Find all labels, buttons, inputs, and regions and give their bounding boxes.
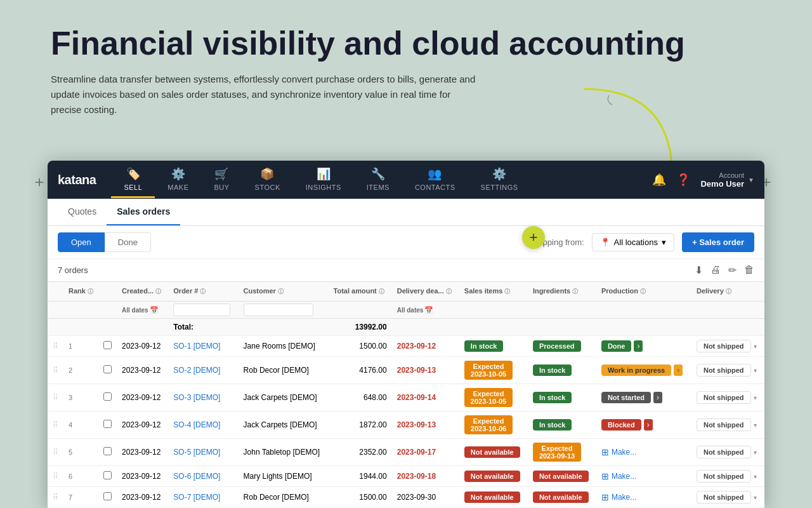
- nav-item-sell[interactable]: 🏷️ SELL: [111, 162, 155, 198]
- order-link[interactable]: SO-5 [DEMO]: [173, 448, 220, 457]
- row-checkbox[interactable]: [103, 471, 112, 479]
- nav-item-make[interactable]: ⚙️ MAKE: [155, 162, 201, 198]
- nav-item-items[interactable]: 🔧 ITEMS: [354, 162, 402, 198]
- make-button[interactable]: ⊞Make...: [601, 447, 686, 457]
- hero-section: Financial visibility and cloud accountin…: [0, 0, 812, 130]
- ship-dropdown-icon[interactable]: ▾: [754, 449, 757, 456]
- ship-dropdown-icon[interactable]: ▾: [754, 343, 757, 350]
- drag-handle[interactable]: ⠿: [48, 411, 63, 439]
- drag-handle[interactable]: ⠿: [48, 384, 63, 411]
- filter-amount: [329, 302, 392, 319]
- ship-dropdown-icon[interactable]: ▾: [754, 494, 757, 501]
- row-order-number[interactable]: SO-5 [DEMO]: [168, 439, 238, 466]
- row-order-number[interactable]: SO-1 [DEMO]: [168, 336, 238, 357]
- row-order-number[interactable]: SO-4 [DEMO]: [168, 411, 238, 439]
- drag-handle[interactable]: ⠿: [48, 439, 63, 466]
- order-link[interactable]: SO-3 [DEMO]: [173, 393, 220, 402]
- customer-filter-input[interactable]: [244, 304, 313, 316]
- order-filter-input[interactable]: [173, 304, 230, 316]
- nav-item-settings[interactable]: ⚙️ SETTINGS: [468, 162, 531, 198]
- row-checkbox[interactable]: [103, 392, 112, 401]
- ship-dropdown-icon[interactable]: ▾: [754, 422, 757, 429]
- row-rank: 7: [63, 487, 98, 508]
- nav-stock-label: STOCK: [255, 184, 280, 191]
- row-rank: 2: [63, 357, 98, 384]
- row-sales-items: Expected2023-10-05: [459, 357, 528, 384]
- tab-quotes[interactable]: Quotes: [58, 199, 107, 225]
- production-arrow-icon[interactable]: ›: [644, 419, 653, 431]
- row-ingredients: Not available: [528, 466, 596, 487]
- production-arrow-icon[interactable]: ›: [634, 340, 643, 352]
- make-button[interactable]: ⊞Make...: [601, 492, 686, 502]
- order-link[interactable]: SO-4 [DEMO]: [173, 420, 220, 429]
- nav-item-contacts[interactable]: 👥 CONTACTS: [402, 162, 468, 198]
- quick-add-button[interactable]: +: [522, 226, 545, 249]
- nav-item-stock[interactable]: 📦 STOCK: [242, 162, 293, 198]
- table-row: ⠿72023-09-12SO-7 [DEMO]Rob Decor [DEMO]1…: [48, 487, 764, 508]
- date-filter-icon[interactable]: 📅: [150, 306, 159, 314]
- tabs-bar: Quotes Sales orders: [48, 199, 764, 226]
- app-window: katana 🏷️ SELL ⚙️ MAKE 🛒 BUY 📦 STOCK 📊 I…: [48, 161, 764, 508]
- row-ingredients: In stock: [528, 357, 596, 384]
- row-checkbox[interactable]: [103, 492, 112, 500]
- th-ingredients: Ingredients ⓘ: [528, 282, 596, 302]
- row-order-number[interactable]: SO-7 [DEMO]: [168, 487, 238, 508]
- order-link[interactable]: SO-2 [DEMO]: [173, 366, 220, 375]
- account-label: Account: [700, 171, 744, 179]
- table-header-row: Rank ⓘ Created... ⓘ Order # ⓘ Customer ⓘ…: [48, 282, 764, 302]
- add-sales-order-button[interactable]: + Sales order: [682, 232, 754, 252]
- drag-handle[interactable]: ⠿: [48, 357, 63, 384]
- make-button[interactable]: ⊞Make...: [601, 471, 686, 481]
- edit-icon[interactable]: ✏: [728, 264, 737, 276]
- download-icon[interactable]: ⬇: [695, 264, 703, 276]
- ship-status-badge: Not shipped: [697, 418, 751, 431]
- row-checkbox[interactable]: [103, 447, 112, 455]
- order-link[interactable]: SO-7 [DEMO]: [173, 493, 220, 502]
- ship-dropdown-icon[interactable]: ▾: [754, 473, 757, 480]
- drag-handle[interactable]: ⠿: [48, 336, 63, 357]
- print-icon[interactable]: 🖨: [710, 264, 721, 276]
- row-checkbox[interactable]: [103, 420, 112, 428]
- delete-icon[interactable]: 🗑: [744, 264, 754, 276]
- sales-badge: Not available: [464, 446, 520, 458]
- account-info[interactable]: Account Demo User ▼: [700, 171, 754, 189]
- filter-ingredients: [528, 302, 596, 319]
- row-ingredients: Expected2023-09-13: [528, 439, 596, 466]
- table-row: ⠿42023-09-12SO-4 [DEMO]Jack Carpets [DEM…: [48, 411, 764, 439]
- th-delivery-status: Delivery ⓘ: [691, 282, 764, 302]
- row-sales-items: Expected2023-10-05: [459, 384, 528, 411]
- drag-handle[interactable]: ⠿: [48, 487, 63, 508]
- ship-status-badge: Not shipped: [697, 446, 751, 458]
- ship-status-badge: Not shipped: [697, 391, 751, 404]
- nav-settings-label: SETTINGS: [481, 184, 518, 191]
- notifications-icon[interactable]: 🔔: [652, 173, 666, 187]
- row-order-number[interactable]: SO-6 [DEMO]: [168, 466, 238, 487]
- production-arrow-icon[interactable]: ›: [674, 364, 683, 376]
- order-link[interactable]: SO-6 [DEMO]: [173, 472, 220, 481]
- total-amount: 13992.00: [329, 319, 392, 336]
- filter-done-button[interactable]: Done: [105, 232, 151, 252]
- row-checkbox-cell: [98, 384, 117, 411]
- delivery-date-filter-icon[interactable]: 📅: [424, 306, 433, 314]
- row-order-number[interactable]: SO-3 [DEMO]: [168, 384, 238, 411]
- total-row: Total: 13992.00: [48, 319, 764, 336]
- filter-open-button[interactable]: Open: [58, 232, 105, 252]
- row-order-number[interactable]: SO-2 [DEMO]: [168, 357, 238, 384]
- logo: katana: [58, 173, 96, 187]
- ship-dropdown-icon[interactable]: ▾: [754, 394, 757, 401]
- ingredients-badge: In stock: [533, 364, 572, 376]
- row-checkbox[interactable]: [103, 365, 112, 373]
- sales-badge: Expected2023-10-06: [464, 415, 513, 434]
- ship-dropdown-icon[interactable]: ▾: [754, 367, 757, 374]
- help-icon[interactable]: ❓: [676, 173, 690, 187]
- location-select[interactable]: 📍 All locations ▾: [592, 233, 674, 251]
- order-link[interactable]: SO-1 [DEMO]: [173, 342, 220, 351]
- nav-item-insights[interactable]: 📊 INSIGHTS: [293, 162, 354, 198]
- row-production: Not started›: [596, 384, 691, 411]
- row-checkbox[interactable]: [103, 341, 112, 349]
- drag-handle[interactable]: ⠿: [48, 466, 63, 487]
- tab-sales-orders[interactable]: Sales orders: [107, 199, 180, 225]
- action-icons: ⬇ 🖨 ✏ 🗑: [695, 264, 754, 276]
- nav-item-buy[interactable]: 🛒 BUY: [201, 162, 242, 198]
- production-arrow-icon[interactable]: ›: [653, 392, 662, 403]
